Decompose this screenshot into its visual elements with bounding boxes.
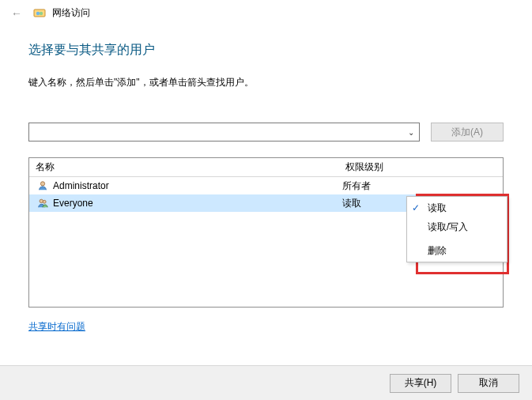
share-button[interactable]: 共享(H) bbox=[390, 374, 451, 393]
permission-context-menu: ✓ 读取 读取/写入 删除 bbox=[406, 196, 507, 262]
menu-item-label: 读取/写入 bbox=[428, 221, 468, 234]
content-area: 选择要与其共享的用户 键入名称，然后单击"添加"，或者单击箭头查找用户。 ⌄ 添… bbox=[0, 26, 532, 334]
titlebar: ← 网络访问 bbox=[0, 0, 532, 26]
cancel-button[interactable]: 取消 bbox=[458, 374, 519, 393]
column-permission[interactable]: 权限级别 bbox=[342, 160, 503, 174]
add-button: 添加(A) bbox=[431, 123, 504, 142]
table-row[interactable]: Administrator 所有者 bbox=[29, 177, 503, 194]
column-name[interactable]: 名称 bbox=[29, 160, 342, 174]
svg-point-1 bbox=[36, 11, 40, 14]
back-arrow-icon[interactable]: ← bbox=[6, 7, 27, 20]
users-table: 名称 权限级别 Administrator 所有者 bbox=[28, 157, 504, 308]
help-link[interactable]: 共享时有问题 bbox=[28, 320, 85, 334]
instruction-text: 键入名称，然后单击"添加"，或者单击箭头查找用户。 bbox=[28, 76, 504, 89]
user-icon bbox=[37, 180, 48, 191]
menu-item-label: 读取 bbox=[428, 202, 447, 215]
user-input-row: ⌄ 添加(A) bbox=[28, 123, 504, 142]
user-select-input[interactable]: ⌄ bbox=[28, 123, 420, 142]
table-header: 名称 权限级别 bbox=[29, 158, 503, 177]
window-title: 网络访问 bbox=[52, 6, 90, 20]
row-permission: 读取 bbox=[342, 197, 361, 210]
svg-point-5 bbox=[43, 200, 46, 203]
menu-item-readwrite[interactable]: 读取/写入 bbox=[407, 217, 507, 236]
svg-point-3 bbox=[40, 182, 44, 186]
row-name: Everyone bbox=[53, 198, 93, 209]
svg-point-2 bbox=[40, 11, 43, 14]
network-access-icon bbox=[33, 7, 46, 20]
page-heading: 选择要与其共享的用户 bbox=[28, 42, 504, 58]
footer-bar: 共享(H) 取消 bbox=[0, 365, 532, 400]
check-icon: ✓ bbox=[412, 202, 420, 213]
group-icon bbox=[37, 198, 48, 209]
row-name: Administrator bbox=[53, 180, 109, 191]
row-permission: 所有者 bbox=[342, 179, 371, 193]
svg-point-4 bbox=[40, 199, 43, 202]
menu-item-delete[interactable]: 删除 bbox=[407, 241, 507, 260]
menu-item-label: 删除 bbox=[428, 244, 447, 258]
chevron-down-icon: ⌄ bbox=[408, 128, 414, 137]
menu-item-read[interactable]: ✓ 读取 bbox=[407, 198, 507, 217]
